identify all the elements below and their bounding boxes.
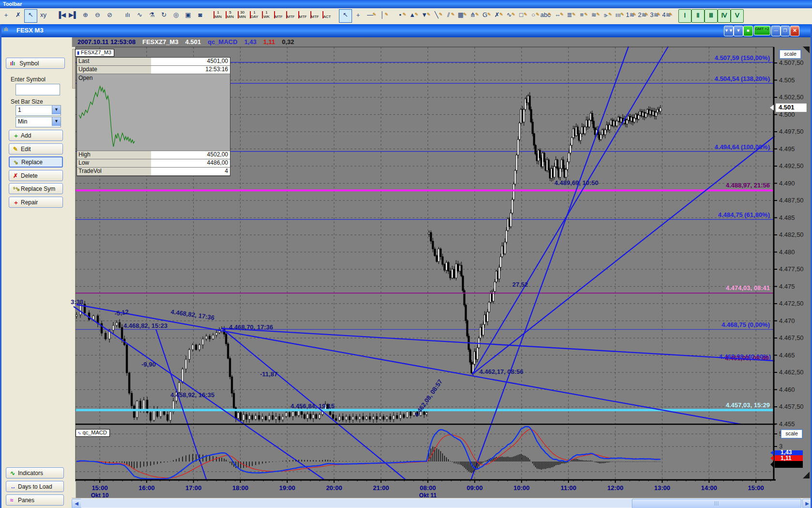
pointer-tool-icon[interactable]: ↖	[339, 9, 352, 23]
bar-size-select[interactable]: 1▼	[15, 105, 61, 116]
hline-tool-icon[interactable]: —✎	[364, 9, 376, 22]
wave2-tool-icon[interactable]: 2≋✎	[636, 9, 648, 22]
wave3-tool-icon[interactable]: 3≋✎	[648, 9, 660, 22]
tf-30min-icon[interactable]: 30MIN	[236, 9, 248, 22]
arrow-down-tool-icon[interactable]: ▼✎	[418, 9, 430, 22]
levels2-tool-icon[interactable]: ≡✎	[576, 9, 588, 22]
horizontal-scrollbar-thumb[interactable]: |||	[632, 499, 801, 508]
loop-icon[interactable]: ◎	[170, 9, 182, 22]
data-window[interactable]: Last4501,00Update12:53:16 Open High4502,…	[77, 57, 230, 176]
wave-tool-icon[interactable]: ∿✎	[503, 9, 515, 22]
tf-mtf3-icon[interactable]: MTF	[297, 9, 309, 22]
tf-1wk-icon[interactable]: 1WK	[260, 9, 273, 22]
tf-1day-icon[interactable]: 1DAY	[248, 9, 260, 22]
indicator-line-icon: ∿	[77, 431, 81, 435]
zoom-reset-icon[interactable]: ⊘	[104, 9, 116, 22]
delete-button[interactable]: ✗Delete	[9, 170, 63, 181]
symbol-input[interactable]	[15, 84, 60, 95]
status-bar: 2007.10.11 12:53:08FESXZ7_M34.501qc_MACD…	[72, 37, 812, 47]
minimize-button[interactable]: —	[771, 26, 781, 36]
restore-button[interactable]: ❐	[781, 26, 790, 36]
sheet-4-icon[interactable]: Ⅳ	[718, 9, 731, 23]
microscope-icon[interactable]: ⚗	[146, 9, 158, 22]
camera-icon[interactable]: ◙	[194, 9, 206, 22]
tf-5min-icon[interactable]: 5MIN	[224, 9, 236, 22]
ellipse-tool-icon[interactable]: ○✎	[527, 9, 539, 22]
chevron-down-icon[interactable]: ▼	[52, 117, 61, 126]
text-tool-icon[interactable]: abc✎	[539, 9, 552, 22]
levels1-tool-icon[interactable]: ≣✎	[564, 9, 576, 22]
candles-icon: ılı	[10, 58, 18, 69]
macd-pane-tab[interactable]: ∿qc_MACD	[76, 429, 110, 437]
toolbar-window-title[interactable]: Toolbar	[0, 0, 812, 8]
close-button[interactable]: ×	[790, 26, 799, 36]
horizontal-scrollbar[interactable]: ◀ ||| ▶	[72, 498, 812, 508]
sheet-1-icon[interactable]: Ⅰ	[678, 9, 691, 23]
repair-button[interactable]: ＋Repair	[9, 197, 63, 208]
add-datapoint-icon[interactable]: ＋	[0, 9, 12, 22]
fan-tool-icon[interactable]: ⋔✎	[467, 9, 479, 22]
tf-act-icon[interactable]: ACT	[321, 9, 333, 22]
chart-window-titlebar[interactable]: ılı FESX M3 ▼▼▼■GMT +2—❐×	[0, 24, 812, 37]
candle-icon: ▮	[77, 50, 79, 55]
data-window-open-row: Open	[77, 74, 230, 151]
status-segment: 0,32	[282, 38, 294, 46]
dropdown-button[interactable]: ▼	[734, 26, 743, 36]
data-window-row: Low4486,00	[77, 159, 230, 168]
chevron-down-icon[interactable]: ▼	[52, 106, 61, 114]
arrow-up-tool-icon[interactable]: ▲✎	[406, 9, 418, 22]
wave1-tool-icon[interactable]: 1≋✎	[624, 9, 636, 22]
pointer-snap-icon[interactable]: ↖	[24, 9, 37, 23]
sheet-3-icon[interactable]: Ⅲ	[705, 9, 718, 23]
refresh-icon[interactable]: ↻	[158, 9, 170, 22]
crosshair-tool-icon[interactable]: ＋	[352, 9, 364, 22]
bar-unit-select[interactable]: Min▼	[15, 117, 61, 127]
days-to-load-button[interactable]: ↔Days to Load	[6, 481, 64, 492]
edit-button[interactable]: ✎Edit	[9, 143, 63, 154]
fib-grid-tool-icon[interactable]: ▦✎	[455, 9, 467, 22]
status-segment: FESXZ7_M3	[142, 38, 178, 46]
zoom-out-icon[interactable]: ⊖	[92, 9, 104, 22]
print-gmt-button[interactable]: GMT +2	[754, 26, 770, 35]
expand-bars-icon[interactable]: ▶▌	[67, 9, 79, 22]
gann-fan-tool-icon[interactable]: G✎	[479, 9, 491, 22]
toolbar-icon-strip: ＋✗↖xy▐◀▶▌⊕⊖⊘ılı∿⚗↻◎▣◙1MIN5MIN30MIN1DAY1W…	[0, 8, 812, 25]
scroll-left-icon[interactable]: ◀	[72, 499, 81, 508]
axes-xy-icon[interactable]: xy	[37, 9, 49, 22]
macd-scale-button[interactable]: scale	[781, 430, 802, 438]
price-pane-tab[interactable]: ▮FESXZ7_M3	[75, 49, 114, 57]
replace-sym-button[interactable]: ˢ⇘Replace Sym	[9, 183, 63, 194]
snap-cross-icon[interactable]: ✗	[12, 9, 24, 22]
replace-button[interactable]: ⇘Replace	[9, 156, 63, 168]
sheet-2-icon[interactable]: Ⅱ	[691, 9, 705, 23]
compress-bars-icon[interactable]: ▐◀	[55, 9, 67, 22]
link-button[interactable]: ■	[743, 26, 753, 36]
copy-pages-icon[interactable]: ▣	[182, 9, 194, 22]
price-scale-button[interactable]: scale	[780, 50, 801, 59]
curve-levels-tool-icon[interactable]: ≋✎	[588, 9, 600, 22]
status-segment: 2007.10.11 12:53:08	[77, 38, 136, 46]
panes-button[interactable]: ≈Panes	[6, 494, 64, 506]
small-bars-tool-icon[interactable]: ııı✎	[612, 9, 624, 22]
wave4-tool-icon[interactable]: 4≋✎	[660, 9, 673, 22]
vline-tool-icon[interactable]: │✎	[376, 9, 388, 22]
rect-tool-icon[interactable]: □✎	[515, 9, 527, 22]
trendline-tool-icon[interactable]: ╲✎	[430, 9, 443, 22]
add-button[interactable]: ＋Add	[9, 130, 63, 141]
indicators-button[interactable]: ∿Indicators	[6, 467, 64, 478]
rollup-button[interactable]: ▼▼	[724, 26, 734, 36]
tf-mtf1-icon[interactable]: MTF	[273, 9, 285, 22]
zoom-in-icon[interactable]: ⊕	[79, 9, 92, 22]
parallel-lines-tool-icon[interactable]: ⫽✎	[443, 9, 455, 22]
point-tool-icon[interactable]: ▪✎	[394, 9, 406, 22]
tf-mtf2-icon[interactable]: MTF	[285, 9, 297, 22]
draw-zigzag-icon[interactable]: ∿	[134, 9, 146, 22]
insert-bars-icon[interactable]: ılı	[122, 9, 134, 22]
resize-tool-icon[interactable]: ⇔✎	[552, 9, 564, 22]
tall-bars-tool-icon[interactable]: 𝈁✎	[600, 9, 612, 22]
sheet-5-icon[interactable]: Ⅴ	[731, 9, 744, 23]
cross-fan-tool-icon[interactable]: ✗✎	[491, 9, 503, 22]
symbol-section-button[interactable]: ılı Symbol	[6, 58, 65, 69]
tf-1min-icon[interactable]: 1MIN	[212, 9, 224, 22]
tf-mtf4-icon[interactable]: MTF	[309, 9, 321, 22]
